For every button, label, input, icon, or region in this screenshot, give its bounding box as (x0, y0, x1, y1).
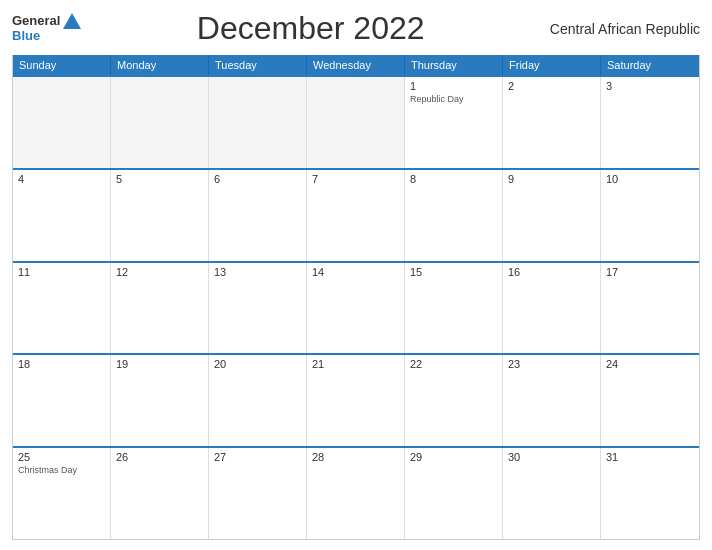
day-cell: 23 (503, 355, 601, 446)
day-cell: 21 (307, 355, 405, 446)
day-cell: 12 (111, 263, 209, 354)
day-cell: 1Republic Day (405, 77, 503, 168)
day-header-tuesday: Tuesday (209, 55, 307, 75)
day-cell: 24 (601, 355, 699, 446)
week-row-3: 11121314151617 (13, 261, 699, 354)
day-number: 16 (508, 266, 595, 278)
day-header-wednesday: Wednesday (307, 55, 405, 75)
day-number: 7 (312, 173, 399, 185)
day-cell: 17 (601, 263, 699, 354)
week-row-4: 18192021222324 (13, 353, 699, 446)
day-cell: 27 (209, 448, 307, 539)
day-number: 13 (214, 266, 301, 278)
day-number: 15 (410, 266, 497, 278)
day-number: 3 (606, 80, 694, 92)
day-cell: 30 (503, 448, 601, 539)
day-cell: 20 (209, 355, 307, 446)
day-number: 28 (312, 451, 399, 463)
day-number: 25 (18, 451, 105, 463)
weeks: 1Republic Day234567891011121314151617181… (13, 75, 699, 539)
day-number: 27 (214, 451, 301, 463)
day-number: 5 (116, 173, 203, 185)
day-number: 11 (18, 266, 105, 278)
day-event: Christmas Day (18, 465, 105, 476)
day-number: 31 (606, 451, 694, 463)
day-number: 22 (410, 358, 497, 370)
day-cell: 16 (503, 263, 601, 354)
day-number: 2 (508, 80, 595, 92)
day-header-saturday: Saturday (601, 55, 699, 75)
logo: General Blue (12, 13, 81, 43)
week-row-2: 45678910 (13, 168, 699, 261)
day-header-thursday: Thursday (405, 55, 503, 75)
day-number: 30 (508, 451, 595, 463)
day-header-friday: Friday (503, 55, 601, 75)
day-cell: 31 (601, 448, 699, 539)
day-header-monday: Monday (111, 55, 209, 75)
day-cell: 15 (405, 263, 503, 354)
logo-blue-text: Blue (12, 29, 81, 43)
day-cell: 9 (503, 170, 601, 261)
day-cell: 11 (13, 263, 111, 354)
day-cell: 25Christmas Day (13, 448, 111, 539)
day-number: 26 (116, 451, 203, 463)
month-title: December 2022 (81, 10, 540, 47)
day-headers: SundayMondayTuesdayWednesdayThursdayFrid… (13, 55, 699, 75)
day-cell: 5 (111, 170, 209, 261)
day-cell: 13 (209, 263, 307, 354)
week-row-1: 1Republic Day23 (13, 75, 699, 168)
day-number: 1 (410, 80, 497, 92)
day-number: 29 (410, 451, 497, 463)
day-number: 4 (18, 173, 105, 185)
day-number: 18 (18, 358, 105, 370)
day-number: 23 (508, 358, 595, 370)
calendar-page: General Blue December 2022 Central Afric… (0, 0, 712, 550)
day-cell: 3 (601, 77, 699, 168)
day-header-sunday: Sunday (13, 55, 111, 75)
day-cell: 10 (601, 170, 699, 261)
day-cell: 22 (405, 355, 503, 446)
day-number: 14 (312, 266, 399, 278)
day-cell: 18 (13, 355, 111, 446)
logo-triangle-icon (63, 13, 81, 29)
country-name: Central African Republic (540, 21, 700, 37)
day-cell: 4 (13, 170, 111, 261)
day-number: 9 (508, 173, 595, 185)
day-cell: 8 (405, 170, 503, 261)
header: General Blue December 2022 Central Afric… (12, 10, 700, 47)
day-cell (13, 77, 111, 168)
day-event: Republic Day (410, 94, 497, 105)
day-cell: 29 (405, 448, 503, 539)
day-number: 12 (116, 266, 203, 278)
week-row-5: 25Christmas Day262728293031 (13, 446, 699, 539)
day-number: 20 (214, 358, 301, 370)
day-number: 24 (606, 358, 694, 370)
day-number: 6 (214, 173, 301, 185)
day-cell: 2 (503, 77, 601, 168)
day-cell: 19 (111, 355, 209, 446)
day-number: 10 (606, 173, 694, 185)
day-cell (307, 77, 405, 168)
day-number: 19 (116, 358, 203, 370)
day-cell (111, 77, 209, 168)
day-cell: 14 (307, 263, 405, 354)
day-cell: 28 (307, 448, 405, 539)
calendar: SundayMondayTuesdayWednesdayThursdayFrid… (12, 55, 700, 540)
day-cell: 7 (307, 170, 405, 261)
day-number: 8 (410, 173, 497, 185)
day-cell (209, 77, 307, 168)
day-cell: 26 (111, 448, 209, 539)
day-cell: 6 (209, 170, 307, 261)
day-number: 17 (606, 266, 694, 278)
day-number: 21 (312, 358, 399, 370)
logo-general-text: General (12, 14, 60, 28)
